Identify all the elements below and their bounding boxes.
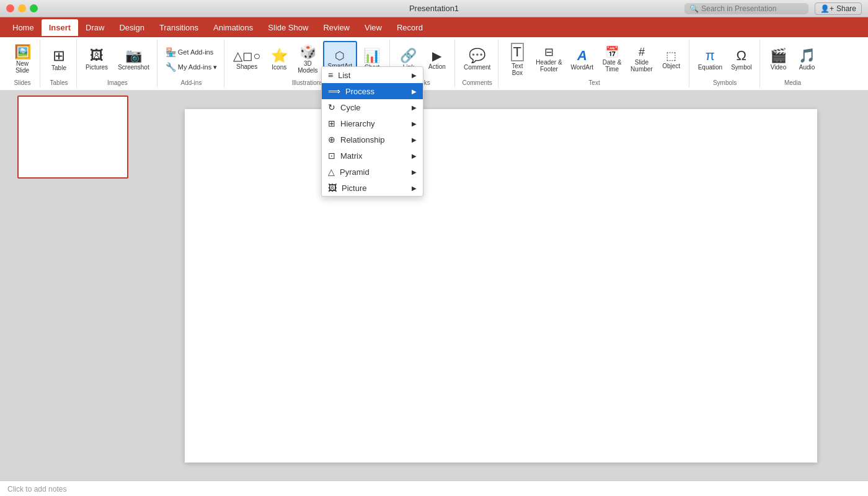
audio-button[interactable]: 🎵 Audio xyxy=(794,41,821,78)
slide-canvas[interactable] xyxy=(185,109,817,463)
pyramid-label: Pyramid xyxy=(340,167,370,177)
smartart-relationship-item[interactable]: ⊕ Relationship ▶ xyxy=(322,131,423,148)
notes-area[interactable]: Click to add notes xyxy=(0,480,868,496)
ribbon: Home Insert Draw Design Transitions Anim… xyxy=(0,17,868,91)
slide-thumbnail[interactable] xyxy=(17,95,128,179)
maximize-button[interactable] xyxy=(30,4,38,12)
smartart-matrix-item[interactable]: ⊡ Matrix ▶ xyxy=(322,148,423,164)
symbol-button[interactable]: Ω Symbol xyxy=(727,41,755,78)
tab-view[interactable]: View xyxy=(357,19,389,36)
notes-placeholder: Click to add notes xyxy=(7,485,66,494)
hierarchy-arrow-icon: ▶ xyxy=(412,120,417,127)
date-time-icon: 📅 xyxy=(605,46,619,58)
smartart-list-item[interactable]: ≡ List ▶ xyxy=(322,67,423,83)
search-bar[interactable]: 🔍 xyxy=(684,3,808,14)
cycle-label: Cycle xyxy=(340,103,361,112)
smartart-process-item[interactable]: ⟹ Process ▶ xyxy=(322,83,423,99)
matrix-arrow-icon: ▶ xyxy=(412,153,417,159)
smartart-hierarchy-item[interactable]: ⊞ Hierarchy ▶ xyxy=(322,115,423,131)
date-time-button[interactable]: 📅 Date &Time xyxy=(598,41,626,78)
tab-animations[interactable]: Animations xyxy=(206,19,260,36)
link-icon: 🔗 xyxy=(400,49,417,63)
screenshot-button[interactable]: 📷 Screenshot xyxy=(114,41,153,78)
icons-button[interactable]: ⭐ Icons xyxy=(265,41,293,78)
app-title: Presentation1 xyxy=(409,4,459,13)
hierarchy-label: Hierarchy xyxy=(340,119,375,128)
shapes-button[interactable]: △◻○ Shapes xyxy=(229,41,264,78)
equation-icon: π xyxy=(706,49,715,63)
pictures-icon: 🖼 xyxy=(90,49,104,63)
tab-insert[interactable]: Insert xyxy=(42,19,78,36)
my-addins-button[interactable]: 🔧 My Add-ins ▾ xyxy=(162,61,220,73)
tab-design[interactable]: Design xyxy=(112,19,151,36)
hierarchy-icon: ⊞ xyxy=(328,118,335,128)
picture-icon: 🖼 xyxy=(328,183,337,193)
slide-panel: 1 xyxy=(0,91,133,480)
get-addins-button[interactable]: 🏪 Get Add-ins xyxy=(162,46,220,58)
ribbon-tabs: Home Insert Draw Design Transitions Anim… xyxy=(0,17,868,37)
ribbon-group-symbols: π Equation Ω Symbol Symbols xyxy=(691,40,760,87)
comment-button[interactable]: 💬 Comment xyxy=(460,41,494,78)
minimize-button[interactable] xyxy=(18,4,26,12)
smartart-icon: ⬡ xyxy=(335,50,345,61)
shapes-icon: △◻○ xyxy=(233,50,260,62)
share-icon: 👤+ xyxy=(820,4,834,13)
tab-record[interactable]: Record xyxy=(389,19,430,36)
action-button[interactable]: ▶ Action xyxy=(423,41,451,78)
new-slide-button[interactable]: 🖼️ NewSlide xyxy=(9,41,36,78)
3d-models-button[interactable]: 🎲 3DModels xyxy=(294,41,321,78)
wordart-icon: A xyxy=(577,49,587,63)
tab-transitions[interactable]: Transitions xyxy=(152,19,206,36)
process-arrow-icon: ▶ xyxy=(412,88,417,95)
tab-slide-show[interactable]: Slide Show xyxy=(260,19,316,36)
video-button[interactable]: 🎬 Video xyxy=(765,41,792,78)
symbol-icon: Ω xyxy=(737,49,746,63)
icons-icon: ⭐ xyxy=(271,49,288,63)
pyramid-arrow-icon: ▶ xyxy=(412,169,417,175)
main-area: 1 xyxy=(0,91,868,480)
slide-canvas-area xyxy=(133,91,868,480)
my-addins-icon: 🔧 xyxy=(166,62,176,72)
ribbon-group-media: 🎬 Video 🎵 Audio Media xyxy=(761,40,825,87)
object-button[interactable]: ⬚ Object xyxy=(658,41,685,78)
relationship-label: Relationship xyxy=(340,135,385,144)
smartart-picture-item[interactable]: 🖼 Picture ▶ xyxy=(322,180,423,196)
pictures-button[interactable]: 🖼 Pictures xyxy=(82,41,112,78)
cycle-arrow-icon: ▶ xyxy=(412,104,417,111)
screenshot-icon: 📷 xyxy=(125,49,142,63)
ribbon-group-slides: 🖼️ NewSlide Slides xyxy=(5,40,40,87)
header-footer-button[interactable]: ⊟ Header &Footer xyxy=(532,41,565,78)
slide-number-icon: # xyxy=(639,46,645,58)
titlebar-right: 🔍 👤+ Share xyxy=(684,2,862,15)
search-icon: 🔍 xyxy=(689,4,699,13)
search-input[interactable] xyxy=(701,4,800,13)
smartart-pyramid-item[interactable]: △ Pyramid ▶ xyxy=(322,164,423,180)
smartart-cycle-item[interactable]: ↻ Cycle ▶ xyxy=(322,99,423,115)
get-addins-icon: 🏪 xyxy=(166,47,176,57)
comment-icon: 💬 xyxy=(469,49,485,63)
process-label: Process xyxy=(345,87,374,96)
window-controls[interactable] xyxy=(6,4,38,12)
equation-button[interactable]: π Equation xyxy=(694,41,726,78)
video-icon: 🎬 xyxy=(770,49,787,63)
tab-draw[interactable]: Draw xyxy=(78,19,112,36)
tab-home[interactable]: Home xyxy=(5,19,42,36)
smartart-dropdown-menu: ≡ List ▶ ⟹ Process ▶ ↻ Cycle ▶ ⊞ Hierarc… xyxy=(321,66,423,197)
share-button[interactable]: 👤+ Share xyxy=(815,2,862,15)
ribbon-group-addins: 🏪 Get Add-ins 🔧 My Add-ins ▾ Add-ins xyxy=(159,40,224,87)
table-button[interactable]: ⊞ Table xyxy=(45,41,73,78)
pyramid-icon: △ xyxy=(328,167,335,177)
text-box-button[interactable]: T TextBox xyxy=(503,41,531,78)
audio-icon: 🎵 xyxy=(799,49,815,63)
action-icon: ▶ xyxy=(432,50,441,62)
list-icon: ≡ xyxy=(328,70,333,80)
chart-icon: 📊 xyxy=(363,49,380,63)
tab-review[interactable]: Review xyxy=(316,19,357,36)
slide-number-button[interactable]: # SlideNumber xyxy=(627,41,657,78)
ribbon-group-images: 🖼 Pictures 📷 Screenshot Images xyxy=(78,40,157,87)
ribbon-content: 🖼️ NewSlide Slides ⊞ Table Tables 🖼 Pict… xyxy=(0,37,868,91)
close-button[interactable] xyxy=(6,4,14,12)
picture-label: Picture xyxy=(342,184,366,193)
wordart-button[interactable]: A WordArt xyxy=(567,41,598,78)
matrix-icon: ⊡ xyxy=(328,151,335,161)
